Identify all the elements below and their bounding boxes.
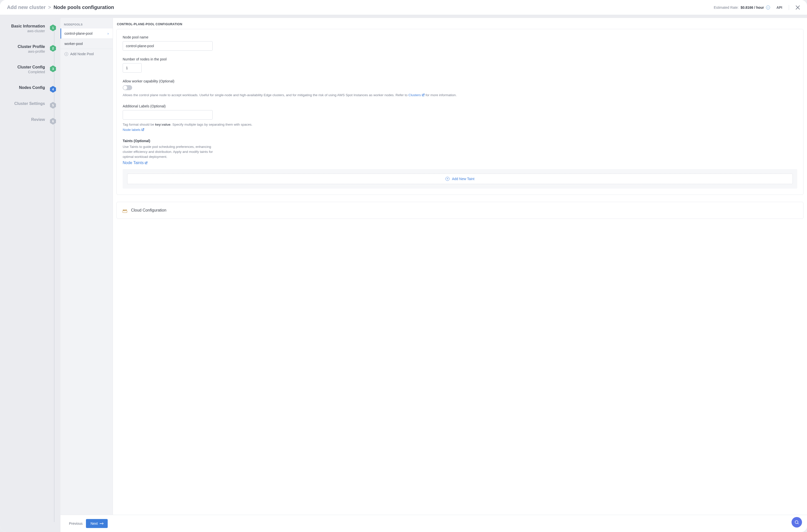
taints-label: Taints (Optional) <box>123 139 797 143</box>
chevron-right-icon: › <box>108 32 109 36</box>
rate-value: $0.8166 / hour <box>740 5 764 10</box>
pool-config-card: Node pool name Number of nodes in the po… <box>116 29 804 195</box>
worker-capability-help: Allows the control plane node to accept … <box>123 93 797 98</box>
step-title: Nodes Config <box>19 86 45 90</box>
add-taint-button[interactable]: + Add New Taint <box>127 174 793 184</box>
wizard-stepper: Basic Information aws-cluster 1 Cluster … <box>0 15 60 532</box>
step-title: Review <box>31 117 45 122</box>
step-badge: 2 <box>50 45 56 52</box>
step-subtitle: Completed <box>18 70 45 74</box>
additional-labels-input[interactable] <box>123 110 213 120</box>
add-taint-label: Add New Taint <box>452 177 474 181</box>
plus-circle-icon: + <box>446 177 449 181</box>
svg-point-6 <box>795 520 798 524</box>
next-button-label: Next <box>91 521 98 526</box>
pool-name-input[interactable] <box>123 41 213 51</box>
step-badge: 3 <box>50 65 56 72</box>
aws-icon: aws <box>123 209 127 212</box>
nodes-count-label: Number of nodes in the pool <box>123 57 797 61</box>
additional-labels-help: Tag format should be key:value. Specify … <box>123 122 797 132</box>
pool-name-label: Node pool name <box>123 35 797 39</box>
nodepool-item-label: control-plane-pool <box>64 32 92 36</box>
step-review[interactable]: Review 6 <box>2 117 58 122</box>
taints-container: + Add New Taint <box>123 169 797 189</box>
add-node-pool-button[interactable]: + Add Node Pool <box>60 49 113 59</box>
worker-capability-toggle[interactable] <box>123 85 132 90</box>
api-button[interactable]: API <box>776 5 782 10</box>
step-cluster-settings[interactable]: Cluster Settings 5 <box>2 101 58 106</box>
step-subtitle: aws-cluster <box>11 29 45 33</box>
breadcrumb: Add new cluster > Node pools configurati… <box>7 4 114 10</box>
step-badge: 4 <box>50 86 56 93</box>
step-title: Cluster Settings <box>14 101 45 106</box>
nodepool-sidebar: NODEPOOLS control-plane-pool › worker-po… <box>60 18 113 532</box>
svg-line-7 <box>797 523 799 524</box>
nodepool-item-worker[interactable]: worker-pool <box>60 39 113 49</box>
external-link-icon <box>422 93 425 96</box>
help-fab-button[interactable] <box>791 517 802 528</box>
close-icon[interactable] <box>795 5 800 10</box>
step-nodes-config[interactable]: Nodes Config 4 <box>2 86 58 90</box>
wizard-footer: Previous Next <box>60 515 807 532</box>
worker-capability-label: Allow worker capability (Optional) <box>123 79 797 83</box>
cloud-config-card: aws Cloud Configuration <box>116 202 804 219</box>
nodes-count-input[interactable] <box>123 63 142 73</box>
step-subtitle: aws-profile <box>18 50 45 54</box>
step-title: Cluster Config <box>18 65 45 70</box>
plus-circle-icon: + <box>64 52 68 56</box>
step-badge: 6 <box>50 118 56 125</box>
step-cluster-config[interactable]: Cluster Config Completed 3 <box>2 65 58 74</box>
info-icon[interactable]: i <box>766 5 770 10</box>
breadcrumb-parent[interactable]: Add new cluster <box>7 4 45 10</box>
step-basic-information[interactable]: Basic Information aws-cluster 1 <box>2 24 58 33</box>
step-title: Basic Information <box>11 24 45 28</box>
estimated-rate: Estimated Rate: $0.8166 / hour i <box>714 5 770 10</box>
rate-label: Estimated Rate: <box>714 5 739 10</box>
form-title: CONTROL-PLANE-POOL CONFIGURATION <box>116 22 804 29</box>
divider <box>789 5 789 10</box>
step-badge: 1 <box>50 24 56 31</box>
external-link-icon <box>145 161 147 164</box>
external-link-icon <box>142 128 144 130</box>
breadcrumb-current: Node pools configuration <box>54 4 114 10</box>
step-title: Cluster Profile <box>18 44 45 49</box>
node-taints-link[interactable]: Node Taints <box>123 160 147 165</box>
node-labels-link[interactable]: Node labels <box>123 128 144 132</box>
previous-button[interactable]: Previous <box>69 521 82 526</box>
taints-help: Use Taints to guide pod scheduling prefe… <box>123 144 218 159</box>
step-cluster-profile[interactable]: Cluster Profile aws-profile 2 <box>2 44 58 54</box>
nodepool-item-control-plane[interactable]: control-plane-pool › <box>60 28 113 39</box>
additional-labels-label: Additional Labels (Optional) <box>123 104 797 108</box>
arrow-right-icon <box>100 522 103 525</box>
cloud-config-title: Cloud Configuration <box>131 208 166 212</box>
nodepool-item-label: worker-pool <box>64 42 83 46</box>
add-node-pool-label: Add Node Pool <box>70 52 94 56</box>
next-button[interactable]: Next <box>86 519 108 528</box>
breadcrumb-separator: > <box>48 4 51 10</box>
step-badge: 5 <box>50 102 56 109</box>
clusters-link[interactable]: Clusters <box>409 93 425 97</box>
nodepool-header: NODEPOOLS <box>60 20 113 28</box>
